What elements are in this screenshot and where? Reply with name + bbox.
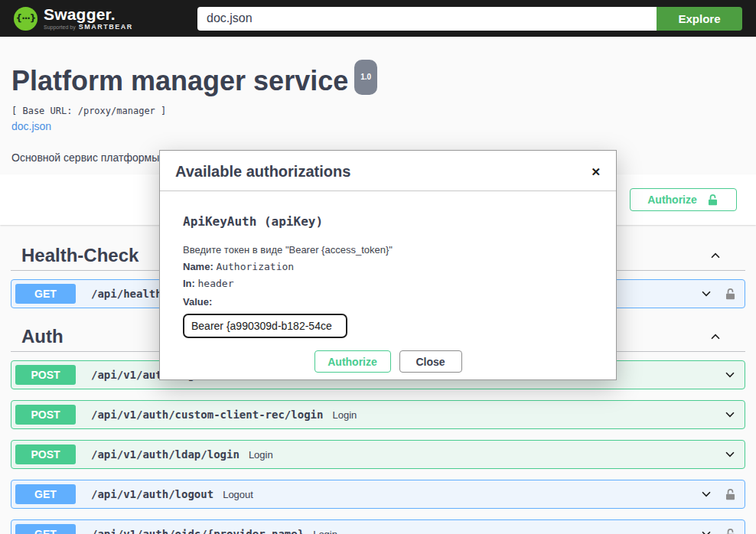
token-input[interactable]	[183, 314, 347, 338]
operation-path: /api/v1/auth/custom-client-rec/login	[91, 409, 323, 421]
operation-path: /api/v1/auth/logout	[91, 488, 213, 500]
unlocked-padlock-icon	[706, 194, 719, 207]
unlocked-padlock-icon[interactable]	[724, 288, 737, 301]
chevron-down-icon[interactable]	[723, 448, 737, 461]
section-title: Auth	[11, 326, 64, 347]
method-badge: POST	[15, 365, 76, 385]
modal-close-button[interactable]: Close	[399, 350, 462, 373]
modal-actions: Authorize Close	[183, 350, 593, 373]
unlocked-padlock-icon[interactable]	[724, 528, 737, 534]
section-title: Health-Check	[11, 245, 138, 266]
swagger-logo[interactable]: {···} Swagger. Supported by SMARTBEAR	[14, 6, 133, 31]
authorizations-modal: Available authorizations ✕ ApiKeyAuth (a…	[159, 150, 617, 380]
brand-name: Swagger.	[44, 6, 133, 22]
modal-header: Available authorizations ✕	[160, 151, 616, 191]
auth-in-row: In: header	[183, 278, 593, 289]
chevron-down-icon[interactable]	[723, 368, 737, 382]
modal-title: Available authorizations	[175, 163, 350, 181]
modal-authorize-button[interactable]: Authorize	[314, 350, 391, 373]
chevron-up-icon[interactable]	[709, 330, 722, 344]
operation-path: /api/v1/auth/oidc/{provider_name}	[91, 528, 304, 534]
base-url: [ Base URL: /proxy/manager ]	[11, 106, 745, 116]
method-badge: POST	[15, 405, 76, 425]
version-badge: 1.0	[354, 60, 377, 95]
chevron-up-icon[interactable]	[709, 249, 722, 262]
close-icon[interactable]: ✕	[591, 165, 601, 179]
value-label: Value:	[183, 296, 593, 308]
topbar: {···} Swagger. Supported by SMARTBEAR Ex…	[0, 0, 756, 37]
operation-summary: Login	[313, 529, 337, 534]
method-badge: GET	[15, 484, 76, 504]
auth-name-row: Name: Authorization	[183, 261, 593, 272]
method-badge: POST	[15, 444, 76, 464]
chevron-down-icon[interactable]	[699, 527, 713, 534]
operation-summary: Login	[332, 409, 357, 421]
authorize-button[interactable]: Authorize	[630, 188, 737, 211]
smartbear-label: SMARTBEAR	[79, 24, 133, 31]
operation-row[interactable]: POST /api/v1/auth/ldap/login Login	[11, 440, 745, 469]
operation-summary: Login	[249, 449, 273, 461]
method-badge: GET	[15, 284, 76, 304]
auth-scheme-name: ApiKeyAuth (apiKey)	[183, 214, 593, 229]
supported-by-label: Supported by	[44, 24, 76, 30]
chevron-down-icon[interactable]	[699, 287, 713, 301]
unlocked-padlock-icon[interactable]	[724, 488, 737, 501]
chevron-down-icon[interactable]	[723, 408, 737, 422]
spec-url-input[interactable]	[197, 7, 657, 31]
operation-summary: Logout	[223, 489, 253, 500]
operation-row[interactable]: GET /api/v1/auth/logout Logout	[11, 480, 745, 509]
page-title: Platform manager service1.0	[11, 66, 745, 101]
auth-scheme-description: Введите токен в виде "Bearer {access_tok…	[183, 244, 593, 256]
swagger-braces-icon: {···}	[14, 7, 37, 31]
method-badge: GET	[15, 524, 76, 534]
spec-link[interactable]: doc.json	[11, 120, 51, 132]
operation-path: /api/v1/auth/ldap/login	[91, 448, 240, 461]
operation-row[interactable]: GET /api/v1/auth/oidc/{provider_name} Lo…	[11, 519, 745, 534]
explore-button[interactable]: Explore	[657, 7, 742, 31]
modal-body: ApiKeyAuth (apiKey) Введите токен в виде…	[160, 191, 616, 388]
operation-row[interactable]: POST /api/v1/auth/custom-client-rec/logi…	[11, 400, 745, 429]
spec-url-form: Explore	[197, 7, 742, 31]
brand-text: Swagger. Supported by SMARTBEAR	[44, 6, 133, 31]
chevron-down-icon[interactable]	[699, 487, 713, 501]
